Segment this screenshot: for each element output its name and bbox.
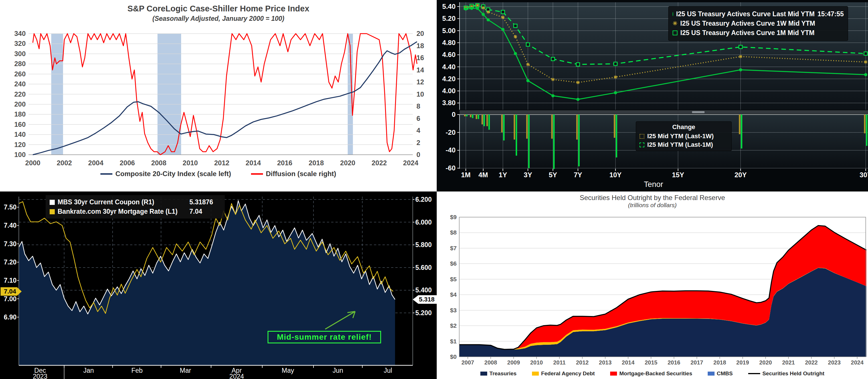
legend-item-mbs[interactable]: Mortgage-Backed Securities — [610, 371, 692, 377]
change-bar-1m — [466, 114, 467, 116]
axis-label: 2023 — [33, 373, 48, 379]
axis-label: 2024 — [851, 359, 864, 366]
change-bar-1m — [484, 114, 485, 126]
axis-label: 5.600 — [415, 264, 432, 271]
mbs-mortgage-panel: 7.507.407.307.207.107.006.906.2006.0005.… — [0, 192, 437, 379]
legend-item-outline[interactable]: Securities Held Outright — [748, 371, 824, 377]
axis-label: 2017 — [690, 359, 704, 366]
legend-item-change-1m[interactable]: I25 Mid YTM (Last-1M) — [640, 140, 728, 149]
case-shiller-subtitle: (Seasonally Adjusted, January 2000 = 100… — [0, 15, 437, 23]
axis-label: 100 — [14, 151, 26, 159]
mbs-legend: MBS 30yr Current Coupon (R1) 5.31876 Ban… — [45, 195, 225, 218]
fed-title: Securities Held Outright by the Federal … — [437, 194, 868, 202]
axis-label: 14 — [416, 66, 424, 74]
marker-circle — [614, 91, 617, 94]
axis-label: 2010 — [530, 359, 543, 366]
axis-label: 2016 — [277, 159, 292, 167]
axis-label: 7Y — [574, 171, 582, 179]
axis-label: 180 — [14, 110, 26, 118]
axis-label: 4.60 — [442, 51, 456, 59]
legend-item-cmbs[interactable]: CMBS — [708, 371, 733, 377]
axis-label: 320 — [14, 40, 26, 47]
legend-label: I25 Mid YTM (Last-1M) — [647, 140, 713, 149]
change-bar-1m — [478, 114, 479, 119]
scroll-handle[interactable] — [692, 111, 705, 113]
legend-time: 15:47:55 — [817, 9, 844, 19]
legend-item-diffusion[interactable]: Diffusion (scale right) — [251, 170, 336, 178]
change-bar-1w — [576, 114, 578, 140]
marker-asterisk — [486, 10, 490, 14]
legend-value: 7.04 — [189, 207, 221, 216]
legend-item-agency[interactable]: Federal Agency Debt — [532, 371, 595, 377]
legend-item-mbs[interactable]: MBS 30yr Current Coupon (R1) 5.31876 — [50, 198, 221, 207]
fed-securities-chart: $0$1$2$3$4$5$6$7$8$920072008200920102011… — [437, 192, 868, 379]
axis-label: Jan — [83, 367, 94, 374]
axis-label: $8 — [450, 229, 457, 236]
legend-label: I25 US Treasury Actives Curve Last Mid Y… — [676, 9, 815, 19]
axis-label: 200 — [14, 100, 26, 108]
legend-label: I25 Mid YTM (Last-1W) — [647, 132, 714, 140]
dashed-square-icon — [640, 142, 644, 147]
circle-marker-icon — [673, 12, 673, 16]
mbs-mortgage-chart: 7.507.407.307.207.107.006.906.2006.0005.… — [0, 192, 437, 379]
axis-label: 5.800 — [415, 241, 432, 248]
square-marker-icon — [673, 31, 678, 35]
case-shiller-legend: Composite 20-City Index (scale left) Dif… — [0, 170, 437, 178]
annotation-box: Mid-summer rate relief! — [268, 331, 381, 343]
marker-asterisk — [514, 35, 517, 38]
legend-item-treasuries[interactable]: Treasuries — [480, 371, 517, 377]
legend-label: Composite 20-City Index (scale left) — [115, 170, 231, 178]
axis-label: 15Y — [672, 171, 684, 179]
legend-item-1w[interactable]: ✳ I25 US Treasury Actives Curve 1W Mid Y… — [673, 19, 844, 28]
axis-label: 3Y — [524, 171, 532, 179]
axis-label: 20Y — [735, 171, 747, 179]
legend-item-change-1w[interactable]: I25 Mid YTM (Last-1W) — [640, 132, 728, 140]
change-bar-1m — [528, 114, 530, 168]
composite-line-swatch — [100, 173, 113, 175]
axis-label: 2014 — [246, 159, 261, 167]
axis-label: 8 — [416, 102, 420, 110]
axis-label: 2011 — [553, 359, 566, 366]
axis-label: 300 — [14, 50, 26, 58]
change-bar-1w — [739, 114, 740, 134]
treasury-legend: I25 US Treasury Actives Curve Last Mid Y… — [668, 6, 848, 41]
axis-label: 0 — [452, 110, 456, 118]
agency-swatch — [532, 372, 539, 376]
dotted-square-icon — [640, 134, 644, 139]
axis-label: 2020 — [759, 359, 772, 366]
axis-label: 6 — [416, 114, 420, 122]
axis-label: 2022 — [372, 159, 387, 167]
marker-asterisk — [614, 75, 617, 79]
axis-label: 160 — [14, 120, 26, 128]
axis-label: $4 — [450, 291, 457, 298]
change-bar-1w — [464, 114, 466, 116]
marker-asterisk — [864, 60, 867, 64]
cmbs-swatch — [708, 372, 715, 376]
axis-label: 280 — [14, 60, 26, 68]
change-bar-1w — [514, 114, 515, 140]
axis-label: 2016 — [668, 359, 680, 366]
axis-label: 5.00 — [442, 27, 456, 34]
diffusion-line-swatch — [251, 173, 263, 175]
legend-item-composite[interactable]: Composite 20-City Index (scale left) — [100, 170, 231, 178]
legend-item-last[interactable]: I25 US Treasury Actives Curve Last Mid Y… — [673, 9, 844, 19]
axis-label: 4.40 — [442, 63, 456, 71]
legend-item-rate[interactable]: Bankrate.com 30yr Mortgage Rate (L1) 7.0… — [50, 207, 221, 216]
legend-label: Treasuries — [490, 371, 517, 377]
axis-label: $5 — [450, 276, 457, 282]
axis-label: 2 — [416, 139, 420, 146]
change-legend: Change I25 Mid YTM (Last-1W) I25 Mid YTM… — [636, 122, 732, 151]
axis-label: 2002 — [57, 159, 72, 167]
axis-label: 6.000 — [415, 218, 432, 226]
legend-item-1m[interactable]: I25 US Treasury Actives Curve 1M Mid YTM — [673, 28, 844, 38]
legend-label: MBS 30yr Current Coupon (R1) — [58, 198, 187, 207]
axis-label: 10Y — [609, 171, 622, 179]
axis-label: $6 — [450, 260, 457, 267]
case-shiller-chart: 1001201401601802002202402602803003203400… — [0, 0, 437, 192]
axis-label: 4 — [416, 127, 421, 134]
axis-label: 10 — [416, 90, 424, 98]
legend-label: Bankrate.com 30yr Mortgage Rate (L1) — [58, 207, 187, 216]
panel-divider — [460, 110, 868, 114]
legend-label: I25 US Treasury Actives Curve 1M Mid YTM — [680, 28, 814, 38]
axis-label: 5Y — [549, 171, 557, 179]
